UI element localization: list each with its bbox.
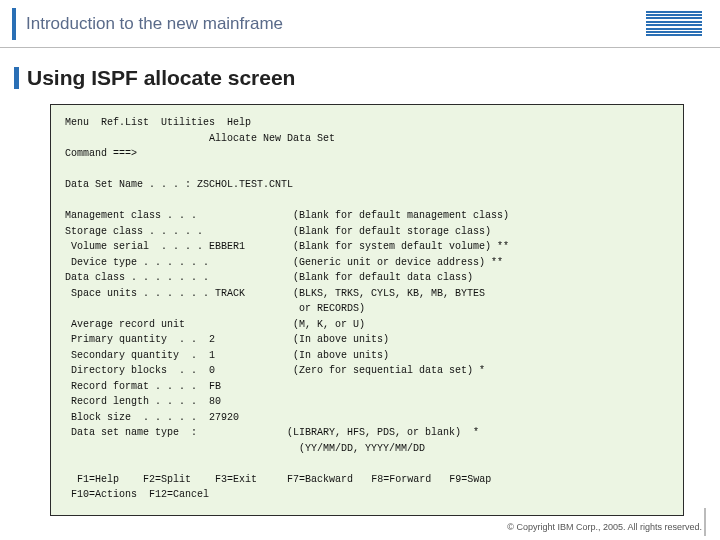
row-val[interactable]: EBBER1	[209, 241, 245, 252]
row-dots: .	[185, 396, 209, 407]
row-label: Block size . . . .	[65, 412, 185, 423]
screen-title: Allocate New Data Set	[209, 133, 335, 144]
dsn-dots: . . . :	[143, 179, 191, 190]
fkey-f10[interactable]: F10=Actions	[71, 489, 137, 500]
ibm-logo-icon	[646, 11, 702, 37]
fkey-f2[interactable]: F2=Split	[143, 474, 191, 485]
row-dots: . .	[179, 241, 209, 252]
row-dots: :	[185, 427, 209, 438]
header-title: Introduction to the new mainframe	[26, 14, 646, 34]
row-hint: (LIBRARY, HFS, PDS, or blank) *	[287, 427, 479, 438]
row-hint: or RECORDS)	[293, 303, 365, 314]
row-label: Volume serial . .	[65, 241, 179, 252]
row-dots: .	[185, 381, 209, 392]
row-dots	[185, 319, 209, 330]
fkey-f3[interactable]: F3=Exit	[215, 474, 257, 485]
row-label: Data set name type	[65, 427, 185, 438]
fkey-f7[interactable]: F7=Backward	[287, 474, 353, 485]
row-hint: (M, K, or U)	[293, 319, 365, 330]
row-hint: (In above units)	[293, 350, 389, 361]
fkey-f8[interactable]: F8=Forward	[371, 474, 431, 485]
row-label: Directory blocks .	[65, 365, 185, 376]
row-hint: (Blank for default storage class)	[293, 226, 491, 237]
row-dots: .	[185, 412, 209, 423]
menu-item-reflist[interactable]: Ref.List	[101, 117, 149, 128]
terminal-screen: Menu Ref.List Utilities Help Allocate Ne…	[50, 104, 684, 516]
dsn-label: Data Set Name	[65, 179, 143, 190]
row-dots: .	[185, 350, 209, 361]
row-label: Secondary quantity	[65, 350, 185, 361]
row-hint: (Generic unit or device address) **	[293, 257, 503, 268]
row-label: Primary quantity .	[65, 334, 185, 345]
row-hint: (YY/MM/DD, YYYY/MM/DD	[299, 443, 425, 454]
row-label: Data class . . . . .	[65, 272, 185, 283]
row-val[interactable]: TRACK	[215, 288, 245, 299]
row-label: Record format . . .	[65, 381, 185, 392]
row-hint: (Blank for default management class)	[293, 210, 509, 221]
row-label: Storage class . . .	[65, 226, 179, 237]
footer-copyright: © Copyright IBM Corp., 2005. All rights …	[507, 522, 702, 532]
menu-item-utilities[interactable]: Utilities	[161, 117, 215, 128]
menu-item-help[interactable]: Help	[227, 117, 251, 128]
row-label: Device type . . . .	[65, 257, 185, 268]
fkey-f1[interactable]: F1=Help	[77, 474, 119, 485]
row-val[interactable]: 80	[209, 396, 221, 407]
row-label: Management class .	[65, 210, 173, 221]
row-val[interactable]: 1	[209, 350, 215, 361]
row-dots: . .	[185, 257, 215, 268]
row-hint: (Blank for system default volume) **	[293, 241, 509, 252]
slide-title-row: Using ISPF allocate screen	[0, 48, 720, 98]
slide-title-accent	[14, 67, 19, 89]
row-hint: (In above units)	[293, 334, 389, 345]
row-dots: . .	[185, 272, 215, 283]
row-dots: . .	[173, 210, 203, 221]
dsn-value[interactable]: ZSCHOL.TEST.CNTL	[197, 179, 293, 190]
footer-divider	[704, 508, 706, 536]
fkey-f12[interactable]: F12=Cancel	[149, 489, 209, 500]
row-label: Record length . . .	[65, 396, 185, 407]
row-label: Average record unit	[65, 319, 185, 330]
row-val[interactable]: FB	[209, 381, 221, 392]
command-prompt[interactable]: Command ===>	[65, 148, 137, 159]
menu-item-menu[interactable]: Menu	[65, 117, 89, 128]
header-bar: Introduction to the new mainframe	[0, 0, 720, 48]
row-dots: .	[185, 334, 209, 345]
header-accent	[12, 8, 16, 40]
fkey-f9[interactable]: F9=Swap	[449, 474, 491, 485]
row-label: Space units . . . .	[65, 288, 185, 299]
row-val[interactable]: 27920	[209, 412, 239, 423]
slide-title: Using ISPF allocate screen	[27, 66, 295, 90]
row-dots: . .	[179, 226, 209, 237]
row-hint: (Zero for sequential data set) *	[293, 365, 485, 376]
row-dots: .	[185, 365, 209, 376]
row-dots: . .	[185, 288, 215, 299]
row-val[interactable]: 2	[209, 334, 215, 345]
row-hint: (BLKS, TRKS, CYLS, KB, MB, BYTES	[293, 288, 485, 299]
row-hint: (Blank for default data class)	[293, 272, 473, 283]
row-val[interactable]: 0	[209, 365, 215, 376]
